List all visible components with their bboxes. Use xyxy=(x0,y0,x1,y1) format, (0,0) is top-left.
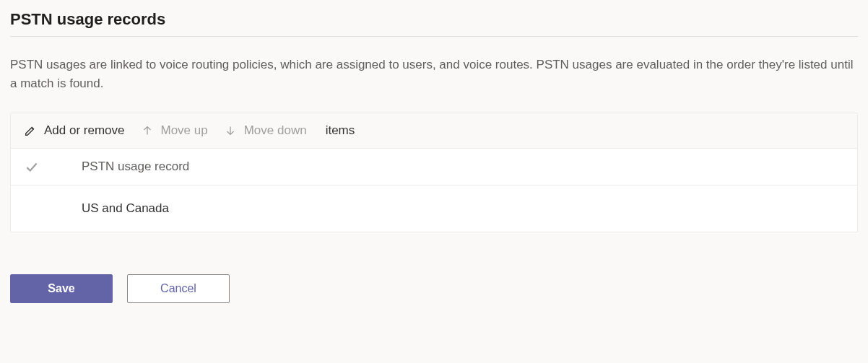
table-row[interactable]: US and Canada xyxy=(11,185,857,232)
footer-actions: Save Cancel xyxy=(10,274,858,303)
toolbar: Add or remove Move up Move down items xyxy=(11,113,857,149)
add-or-remove-button[interactable]: Add or remove xyxy=(24,123,125,138)
move-down-button[interactable]: Move down xyxy=(224,123,307,138)
cancel-button[interactable]: Cancel xyxy=(127,274,230,303)
move-down-label: Move down xyxy=(244,123,307,138)
move-up-button[interactable]: Move up xyxy=(141,123,208,138)
checkmark-icon xyxy=(24,159,40,175)
move-up-label: Move up xyxy=(161,123,208,138)
records-panel: Add or remove Move up Move down items PS… xyxy=(10,113,858,232)
save-button[interactable]: Save xyxy=(10,274,113,303)
arrow-down-icon xyxy=(224,124,237,137)
add-or-remove-label: Add or remove xyxy=(44,123,125,138)
items-count-label: items xyxy=(326,123,355,138)
select-all-column[interactable] xyxy=(24,159,82,175)
row-name: US and Canada xyxy=(82,201,844,216)
page-description: PSTN usages are linked to voice routing … xyxy=(10,56,858,92)
column-header-name: PSTN usage record xyxy=(82,159,844,174)
arrow-up-icon xyxy=(141,124,154,137)
page-title: PSTN usage records xyxy=(10,10,858,37)
table-header: PSTN usage record xyxy=(11,149,857,185)
pencil-icon xyxy=(24,124,37,137)
